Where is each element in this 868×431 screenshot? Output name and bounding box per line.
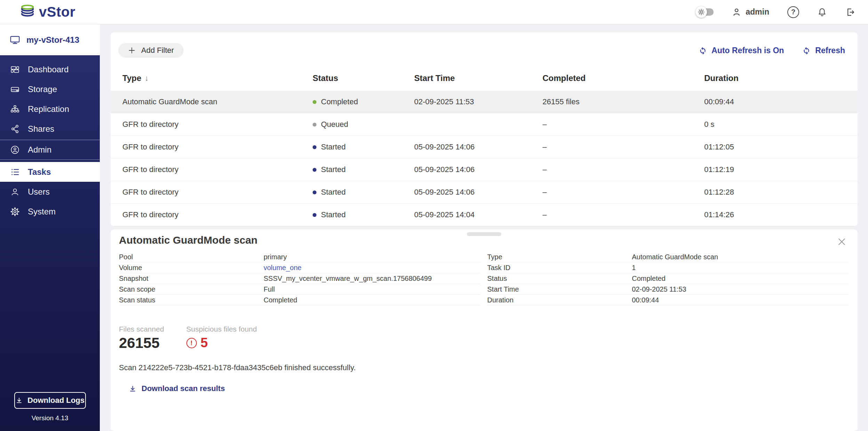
detail-value: Completed [264,296,480,304]
detail-row-status: Status Completed [487,273,849,284]
detail-title: Automatic GuardMode scan [119,234,849,246]
monitor-icon [10,35,20,45]
storage-drive-icon [10,85,19,94]
detail-label: Task ID [487,264,632,272]
add-filter-button[interactable]: Add Filter [118,43,184,58]
sort-desc-icon: ↓ [145,74,148,83]
cell-status: Queued [313,120,414,129]
detail-right-column: Type Automatic GuardMode scan Task ID 1 … [487,252,849,306]
sidebar-item-storage[interactable]: Storage [0,79,100,99]
cell-completed: 26155 files [542,97,704,106]
panel-resize-handle[interactable] [467,232,501,236]
sidebar-item-dashboard[interactable]: Dashboard [0,59,100,79]
detail-left-column: Pool primary Volume volume_one Snapshot … [119,252,480,306]
top-header: vStor admin ? [0,0,868,24]
detail-label: Type [487,253,632,261]
sidebar-nav: Dashboard Storage Replication [0,55,100,221]
tasks-list-icon [10,168,19,177]
detail-value: Completed [632,275,849,283]
help-icon[interactable]: ? [787,6,799,18]
status-dot [313,100,316,104]
plus-icon [128,47,136,54]
task-detail-panel: Automatic GuardMode scan Pool primary Vo… [111,229,858,431]
version-label: Version 4.13 [0,414,100,422]
column-header-start-time[interactable]: Start Time [414,73,542,83]
sidebar-item-label: Dashboard [28,65,69,74]
sidebar-spacer [0,221,100,392]
logout-icon[interactable] [845,7,855,17]
close-panel-button[interactable] [837,237,846,246]
cell-completed: – [542,120,704,129]
sidebar-item-users[interactable]: Users [0,182,100,202]
download-scan-results-label: Download scan results [142,384,225,393]
table-row[interactable]: GFR to directory Queued – 0 s [111,113,858,136]
detail-row-start-time: Start Time 02-09-2025 11:53 [487,284,849,295]
close-icon [837,237,846,246]
cell-duration: 01:12:05 [704,143,858,152]
cell-status: Started [313,165,414,174]
cell-duration: 01:12:19 [704,165,858,174]
user-menu[interactable]: admin [732,7,769,17]
status-label: Started [321,165,346,174]
notifications-bell-icon[interactable] [817,7,827,17]
sidebar-item-label: Tasks [28,167,51,177]
table-row[interactable]: GFR to directory Started 05-09-2025 14:0… [111,181,858,204]
warning-alert-icon: ! [186,338,197,348]
table-row[interactable]: GFR to directory Started 05-09-2025 14:0… [111,158,858,181]
files-scanned-value: 26155 [119,335,164,351]
auto-refresh-button[interactable]: Auto Refresh is On [698,46,784,55]
sidebar-item-replication[interactable]: Replication [0,99,100,119]
detail-row-task-id: Task ID 1 [487,262,849,273]
auto-refresh-label: Auto Refresh is On [712,46,784,55]
users-person-icon [10,187,19,196]
detail-label: Scan status [119,296,264,304]
download-scan-results-link[interactable]: Download scan results [129,384,225,393]
replication-hierarchy-icon [10,105,19,114]
brand-logo: vStor [19,4,75,20]
detail-value: Full [264,285,480,293]
refresh-button[interactable]: Refresh [802,46,845,55]
cell-start-time: 05-09-2025 14:06 [414,188,542,197]
volume-link[interactable]: volume_one [264,264,480,272]
sun-icon [698,9,705,15]
sidebar-item-system[interactable]: System [0,202,100,221]
column-header-completed[interactable]: Completed [542,73,704,83]
cell-type: GFR to directory [122,165,313,174]
theme-toggle-thumb [696,6,707,18]
column-header-type[interactable]: Type ↓ [122,73,313,83]
column-label: Status [313,73,338,83]
download-icon [15,397,23,404]
auto-refresh-icon [698,46,707,55]
cell-completed: – [542,210,704,219]
sidebar-item-admin[interactable]: Admin [0,140,100,160]
cell-completed: – [542,188,704,197]
table-header-row: Type ↓ Status Start Time Completed Durat… [111,65,858,91]
cell-completed: – [542,165,704,174]
user-icon [732,7,741,17]
table-row[interactable]: Automatic GuardMode scan Completed 02-09… [111,91,858,113]
sidebar-item-shares[interactable]: Shares [0,119,100,139]
cell-duration: 00:09:44 [704,97,858,106]
detail-label: Snapshot [119,275,264,283]
column-label: Completed [542,73,586,83]
table-row[interactable]: GFR to directory Started 05-09-2025 14:0… [111,136,858,158]
detail-value: 00:09:44 [632,296,849,304]
column-header-status[interactable]: Status [313,73,414,83]
sidebar-item-label: Storage [28,84,57,94]
detail-value: 02-09-2025 11:53 [632,285,849,293]
download-logs-button[interactable]: Download Logs [14,392,86,409]
sidebar-item-tasks[interactable]: Tasks [0,162,100,182]
detail-value: primary [264,253,480,261]
status-dot [313,213,316,217]
detail-label: Duration [487,296,632,304]
tasks-table-card: Add Filter Auto Refresh is On Refresh [111,32,858,226]
server-name-item[interactable]: my-vStor-413 [0,24,100,55]
detail-value: 1 [632,264,849,272]
download-logs-label: Download Logs [27,396,85,405]
detail-value: Automatic GuardMode scan [632,253,849,261]
column-header-duration[interactable]: Duration [704,73,858,83]
table-row[interactable]: GFR to directory Started 05-09-2025 14:0… [111,204,858,226]
scan-result-message: Scan 214222e5-723b-4521-b178-fdaa3435c6e… [119,363,849,372]
theme-toggle[interactable] [698,8,714,16]
cell-start-time: 05-09-2025 14:04 [414,210,542,219]
